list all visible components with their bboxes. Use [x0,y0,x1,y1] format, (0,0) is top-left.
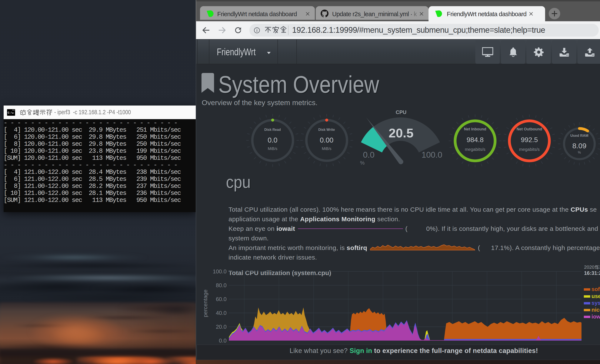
svg-text:C:\: C:\ [8,111,13,114]
